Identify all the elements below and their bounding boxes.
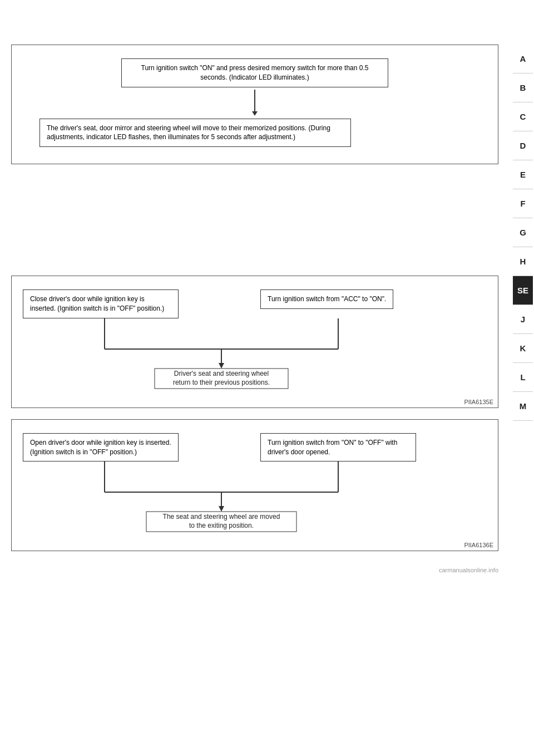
diagram3-left-box: Open driver's door while ignition key is… <box>23 433 179 462</box>
spacer1 <box>11 175 498 276</box>
diagram1-top-box: Turn ignition switch "ON" and press desi… <box>121 58 388 87</box>
svg-text:Driver's seat and steering whe: Driver's seat and steering wheel <box>174 370 269 377</box>
svg-text:The seat and steering wheel ar: The seat and steering wheel are moved <box>163 513 280 521</box>
sidebar-letter-k[interactable]: K <box>513 334 533 363</box>
sidebar-letter-d[interactable]: D <box>513 131 533 160</box>
diagram3-right-box: Turn ignition switch from "ON" to "OFF" … <box>260 433 416 462</box>
sidebar: A B C D E F G H SE J K L M <box>512 0 534 756</box>
sidebar-letter-e[interactable]: E <box>513 160 533 189</box>
sidebar-letter-g[interactable]: G <box>513 218 533 247</box>
sidebar-letter-f[interactable]: F <box>513 189 533 218</box>
svg-text:return to their previous posit: return to their previous positions. <box>173 379 270 386</box>
diagram3-piia-label: PIIA6136E <box>464 542 493 548</box>
svg-marker-4 <box>219 363 224 369</box>
diagram3: Open driver's door while ignition key is… <box>11 419 498 552</box>
sidebar-letter-c[interactable]: C <box>513 102 533 131</box>
svg-marker-12 <box>219 506 224 512</box>
diagram3-svg: The seat and steering wheel are moved to… <box>27 462 483 534</box>
sidebar-letter-a[interactable]: A <box>513 45 533 73</box>
diagram2-right-box: Turn ignition switch from "ACC" to "ON". <box>260 289 393 309</box>
diagram1: Turn ignition switch "ON" and press desi… <box>11 45 498 164</box>
sidebar-letter-se[interactable]: SE <box>513 276 533 305</box>
diagram2-piia-label: PIIA6135E <box>464 399 493 405</box>
sidebar-letter-j[interactable]: J <box>513 305 533 334</box>
watermark: carmanualsonline.info <box>11 562 498 578</box>
svg-text:to the exiting position.: to the exiting position. <box>189 522 254 529</box>
sidebar-letter-b[interactable]: B <box>513 73 533 102</box>
main-content: Turn ignition switch "ON" and press desi… <box>0 0 510 589</box>
sidebar-letter-h[interactable]: H <box>513 247 533 276</box>
sidebar-letter-m[interactable]: M <box>513 392 533 421</box>
diagram2: Close driver's door while ignition key i… <box>11 276 498 408</box>
diagram2-svg: Driver's seat and steering wheel return … <box>27 318 483 391</box>
diagram1-bottom-box: The driver's seat, door mirror and steer… <box>39 119 351 148</box>
diagram2-left-box: Close driver's door while ignition key i… <box>23 289 179 318</box>
sidebar-letter-l[interactable]: L <box>513 363 533 392</box>
